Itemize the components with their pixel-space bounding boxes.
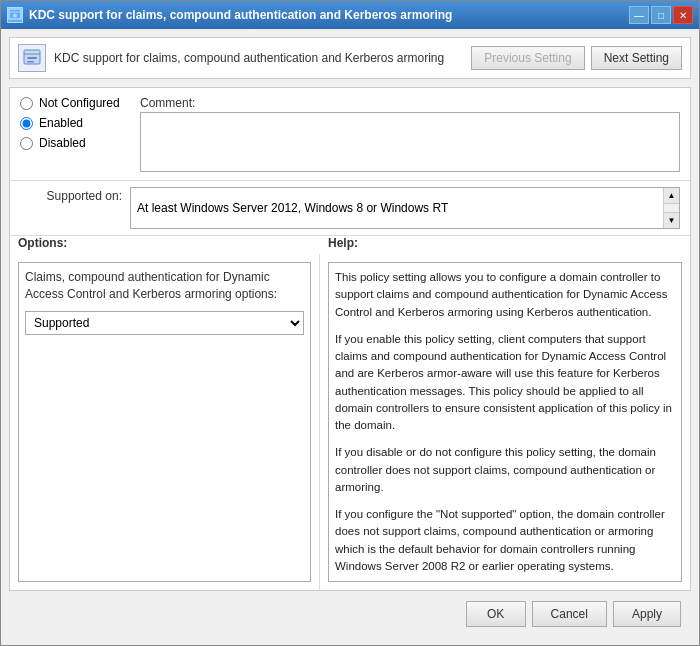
- svg-rect-6: [27, 61, 34, 63]
- bottom-buttons: OK Cancel Apply: [9, 591, 691, 637]
- svg-rect-5: [27, 57, 37, 59]
- next-setting-button[interactable]: Next Setting: [591, 46, 682, 70]
- header-title: KDC support for claims, compound authent…: [54, 51, 471, 65]
- supported-scroll-down[interactable]: ▼: [664, 212, 679, 228]
- help-paragraph-3: If you disable or do not configure this …: [335, 444, 675, 496]
- ok-button[interactable]: OK: [466, 601, 526, 627]
- help-paragraph-1: This policy setting allows you to config…: [335, 269, 675, 321]
- prev-setting-button[interactable]: Previous Setting: [471, 46, 584, 70]
- cancel-button[interactable]: Cancel: [532, 601, 607, 627]
- radio-group: Not Configured Enabled Disabled: [20, 96, 140, 172]
- minimize-button[interactable]: —: [629, 6, 649, 24]
- options-description: Claims, compound authentication for Dyna…: [25, 269, 304, 303]
- supported-area: Supported on: At least Windows Server 20…: [10, 181, 690, 236]
- help-paragraph-4: If you configure the "Not supported" opt…: [335, 506, 675, 575]
- options-box: Claims, compound authentication for Dyna…: [18, 262, 311, 582]
- options-help-area: Claims, compound authentication for Dyna…: [10, 254, 690, 590]
- comment-label: Comment:: [140, 96, 680, 110]
- content-area: KDC support for claims, compound authent…: [1, 29, 699, 645]
- radio-disabled-label: Disabled: [39, 136, 86, 150]
- maximize-button[interactable]: □: [651, 6, 671, 24]
- apply-button[interactable]: Apply: [613, 601, 681, 627]
- section-labels: Options: Help:: [10, 236, 690, 254]
- comment-textarea[interactable]: [140, 112, 680, 172]
- supported-box: At least Windows Server 2012, Windows 8 …: [130, 187, 680, 229]
- radio-enabled-input[interactable]: [20, 117, 33, 130]
- header-bar: KDC support for claims, compound authent…: [9, 37, 691, 79]
- radio-not-configured-input[interactable]: [20, 97, 33, 110]
- svg-point-2: [13, 14, 17, 18]
- supported-scroll-up[interactable]: ▲: [664, 188, 679, 204]
- main-window: KDC support for claims, compound authent…: [0, 0, 700, 646]
- options-dropdown[interactable]: Not Supported Supported Always provide c…: [25, 311, 304, 335]
- main-panel: Not Configured Enabled Disabled Comment:: [9, 87, 691, 591]
- supported-scrollbar: ▲ ▼: [663, 188, 679, 228]
- comment-section: Comment:: [140, 96, 680, 172]
- title-bar: KDC support for claims, compound authent…: [1, 1, 699, 29]
- radio-enabled[interactable]: Enabled: [20, 116, 140, 130]
- options-section-label: Options:: [18, 236, 328, 250]
- window-title: KDC support for claims, compound authent…: [29, 8, 629, 22]
- supported-label: Supported on:: [20, 187, 130, 203]
- titlebar-buttons: — □ ✕: [629, 6, 693, 24]
- help-section-label: Help:: [328, 236, 358, 250]
- radio-not-configured-label: Not Configured: [39, 96, 120, 110]
- close-button[interactable]: ✕: [673, 6, 693, 24]
- options-panel: Claims, compound authentication for Dyna…: [10, 254, 320, 590]
- header-navigation: Previous Setting Next Setting: [471, 46, 682, 70]
- radio-not-configured[interactable]: Not Configured: [20, 96, 140, 110]
- radio-disabled-input[interactable]: [20, 137, 33, 150]
- help-panel: This policy setting allows you to config…: [320, 254, 690, 590]
- radio-enabled-label: Enabled: [39, 116, 83, 130]
- help-content: This policy setting allows you to config…: [328, 262, 682, 582]
- window-icon: [7, 7, 23, 23]
- supported-value: At least Windows Server 2012, Windows 8 …: [137, 201, 466, 215]
- help-paragraph-2: If you enable this policy setting, clien…: [335, 331, 675, 435]
- radio-disabled[interactable]: Disabled: [20, 136, 140, 150]
- radio-comment-area: Not Configured Enabled Disabled Comment:: [10, 88, 690, 181]
- policy-icon: [18, 44, 46, 72]
